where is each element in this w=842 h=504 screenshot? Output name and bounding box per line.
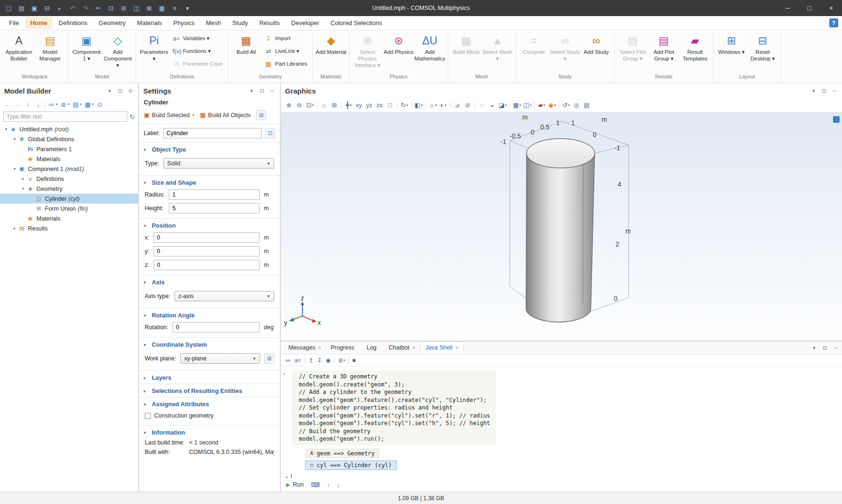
field-input[interactable]	[154, 232, 260, 243]
axis-orientation-icon[interactable]: ╋▾	[344, 100, 354, 111]
save-icon[interactable]: ▣	[28, 2, 40, 14]
selection-highlight-icon[interactable]: ▰▾	[537, 100, 547, 111]
tab-materials[interactable]: Materials	[132, 17, 167, 29]
field-input[interactable]	[173, 322, 260, 333]
tree-filter-input[interactable]	[3, 111, 127, 122]
functions-button[interactable]: f(x)Functions ▾	[170, 45, 226, 58]
section-header[interactable]: ▸Layers	[139, 371, 280, 384]
work-plane-select[interactable]: xy-plane▼	[180, 353, 260, 364]
expander-icon[interactable]: ▾	[3, 127, 9, 131]
reset-desktop-button[interactable]: ⊟Reset Desktop ▾	[747, 32, 778, 72]
variables-button[interactable]: a=Variables ▾	[170, 32, 226, 45]
section-header[interactable]: ▾Information	[139, 426, 280, 438]
pin-icon[interactable]: ⊙	[96, 101, 104, 108]
axis-type-select[interactable]: z-axis▼	[174, 291, 274, 301]
new-expression-icon[interactable]: ≔	[285, 357, 291, 364]
select-icon[interactable]: ⊿	[452, 100, 462, 111]
panel-menu-icon[interactable]: ▾	[811, 345, 817, 351]
component-1-button[interactable]: ▣Component 1 ▾	[71, 32, 102, 72]
show-options-icon[interactable]: ≔▾	[48, 101, 58, 108]
construction-geometry-checkbox[interactable]	[145, 413, 151, 419]
tab-developer[interactable]: Developer	[286, 17, 324, 29]
maximize-button[interactable]: □	[799, 0, 820, 16]
go-to-default-view-icon[interactable]: ⌂	[319, 100, 329, 111]
expander-icon[interactable]: ▾	[11, 137, 18, 141]
tree-item-materials-global[interactable]: ◉ Materials	[0, 154, 138, 164]
section-header[interactable]: ▾Assigned Attributes	[139, 397, 280, 410]
label-input[interactable]	[163, 128, 262, 138]
run-button[interactable]: ▶ Run	[286, 481, 304, 488]
new-model-icon[interactable]: ▢	[3, 2, 15, 14]
refresh-plot-icon[interactable]: ↻▾	[399, 100, 409, 111]
node-order-icon[interactable]: ≣▾	[60, 101, 70, 108]
tab-physics[interactable]: Physics	[168, 17, 200, 29]
add-mathematics-button[interactable]: ΔUAdd Mathematics	[414, 32, 445, 72]
expander-icon[interactable]: ▾	[20, 187, 26, 191]
field-input[interactable]	[154, 260, 260, 270]
field-input[interactable]	[169, 189, 260, 200]
tab-file[interactable]: File	[4, 17, 24, 29]
build-selected-button[interactable]: ▣ Build Selected ▾	[144, 111, 194, 119]
history-up-icon[interactable]: ↑	[327, 481, 330, 488]
graphics-canvas[interactable]: m -1 -0.5 0 0.5 1 m 1 0 -1 m 4 2	[281, 112, 842, 341]
section-header[interactable]: ▾Rotation Angle	[139, 308, 280, 321]
deselect-icon[interactable]: ⊘	[463, 100, 473, 111]
scene-light-icon[interactable]: ☼▾	[428, 100, 438, 111]
tree-item-results[interactable]: ▸ ▤ Results	[0, 223, 138, 233]
section-header[interactable]: ▾Object Type	[139, 143, 280, 155]
model-manager-button[interactable]: ▤Model Manager	[35, 32, 66, 72]
float-panel-icon[interactable]: ⊡	[822, 345, 828, 351]
expander-icon[interactable]: ▸	[20, 177, 26, 181]
history-down-icon[interactable]: ↓	[337, 481, 340, 488]
build-all-quick-icon[interactable]: ▦	[156, 2, 168, 14]
build-all-objects-button[interactable]: ▦ Build All Objects	[200, 111, 251, 119]
tab-colored-selections[interactable]: Colored Selections	[325, 17, 387, 29]
refresh-icon[interactable]: ↻	[130, 113, 135, 120]
tree-item-materials-component[interactable]: ◉ Materials	[0, 214, 138, 223]
view-zx-icon[interactable]: zx	[375, 100, 385, 111]
add-study-button[interactable]: ∞Add Study	[581, 32, 612, 72]
open-icon[interactable]: ▤	[16, 2, 27, 14]
split-view-icon[interactable]: ◫▾	[522, 100, 532, 111]
pin-panel-icon[interactable]: ⊙	[127, 88, 134, 94]
section-header[interactable]: ▾Axis	[139, 275, 280, 288]
hide-selected-icon[interactable]: ◌	[477, 100, 487, 111]
move-bottom-icon[interactable]: ↧	[317, 357, 322, 364]
tree-item-form-union[interactable]: ⊞ Form Union (fin)	[0, 204, 138, 214]
tree-item-global-definitions[interactable]: ▾ ⊕ Global Definitions	[0, 134, 138, 144]
scene-config-icon[interactable]: ▦▾	[512, 100, 522, 111]
tree-item-parameters-1[interactable]: Pi Parameters 1	[0, 144, 138, 154]
tab-definitions[interactable]: Definitions	[53, 17, 93, 29]
view-xy-icon[interactable]: xy	[354, 100, 364, 111]
tab-chatbot[interactable]: Chatbot ×	[384, 342, 420, 354]
tree-item-definitions[interactable]: ▸ ≡ Definitions	[0, 174, 138, 184]
add-material-button[interactable]: ◆Add Material	[315, 32, 347, 72]
show-variables-icon[interactable]: a=	[295, 357, 302, 364]
field-input[interactable]	[154, 246, 260, 256]
build-options-icon[interactable]: ⊞	[256, 110, 266, 120]
import-button[interactable]: ↧Import	[262, 32, 310, 45]
quick-access-chevron-icon[interactable]: ▾	[182, 2, 193, 14]
3d-viewport[interactable]: m -1 -0.5 0 0.5 1 m 1 0 -1 m 4 2	[281, 112, 842, 341]
camera-icon[interactable]: □	[385, 100, 395, 111]
add-component-button[interactable]: ◇Add Component ▾	[102, 32, 133, 72]
panel-menu-icon[interactable]: ▾	[248, 88, 255, 94]
zoom-box-icon[interactable]: ⊡▾	[305, 100, 315, 111]
tab-study[interactable]: Study	[227, 17, 253, 29]
tab-messages[interactable]: Messages ×	[284, 342, 326, 354]
output-geom[interactable]: A geom ==> Geometry	[305, 449, 379, 458]
undo-icon[interactable]: ↶	[67, 2, 78, 14]
plot-appearance-icon[interactable]: ◧▾	[414, 100, 424, 111]
add-work-plane-icon[interactable]: ⊞	[264, 354, 274, 364]
zoom-out-icon[interactable]: ⊖	[295, 100, 304, 111]
expander-icon[interactable]: ▾	[11, 167, 18, 171]
tab-mesh[interactable]: Mesh	[200, 17, 226, 29]
tab-log[interactable]: Log	[362, 342, 384, 354]
tree-item-root[interactable]: ▾ ◈ Untitled.mph (root)	[0, 124, 138, 134]
back-icon[interactable]: ←	[3, 101, 11, 108]
tab-home[interactable]: Home	[25, 17, 52, 29]
model-manager-open-icon[interactable]: ⊟	[41, 2, 53, 14]
field-input[interactable]	[169, 203, 260, 214]
select-study-button[interactable]: ∞Select Study ▾	[549, 32, 581, 72]
type-select[interactable]: Solid▼	[164, 158, 274, 169]
